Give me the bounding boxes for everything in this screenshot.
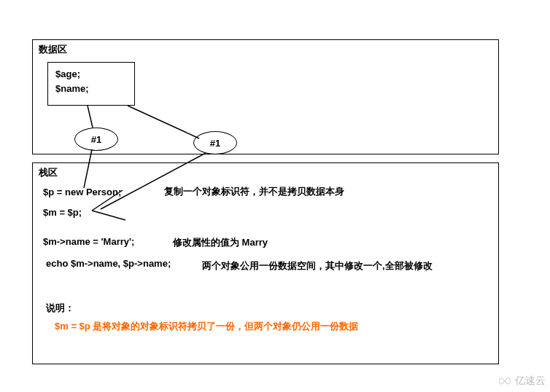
pointer-2-label: #1 xyxy=(210,138,220,149)
variable-box: $age; $name; xyxy=(47,62,135,106)
pointer-1-label: #1 xyxy=(91,134,101,145)
pointer-ellipse-2: #1 xyxy=(193,131,237,154)
comment-shared-data: 两个对象公用一份数据空间，其中修改一个,全部被修改 xyxy=(202,259,433,273)
data-area-title: 数据区 xyxy=(39,43,67,56)
stack-area-title: 栈区 xyxy=(39,166,58,179)
cloud-infinity-icon xyxy=(497,376,512,386)
stack-area-panel: 栈区 $p = new Person; 复制一个对象标识符，并不是拷贝数据本身 … xyxy=(32,162,499,364)
watermark-text: 亿速云 xyxy=(515,375,546,388)
code-set-name: $m->name = 'Marry'; xyxy=(43,236,134,247)
var-age: $age; xyxy=(55,67,127,82)
code-echo: echo $m->name, $p->name; xyxy=(46,258,171,269)
comment-modify: 修改属性的值为 Marry xyxy=(173,236,268,249)
svg-line-1 xyxy=(128,106,199,138)
code-assign: $m = $p; xyxy=(43,207,82,218)
svg-line-0 xyxy=(88,106,93,128)
var-name: $name; xyxy=(55,82,127,96)
code-new-person: $p = new Person; xyxy=(43,187,121,197)
note-label: 说明： xyxy=(46,302,74,315)
comment-copy-identifier: 复制一个对象标识符，并不是拷贝数据本身 xyxy=(164,185,344,198)
note-body: $m = $p 是将对象的对象标识符拷贝了一份，但两个对象仍公用一份数据 xyxy=(55,320,358,333)
data-area-panel: 数据区 $age; $name; #1 #1 xyxy=(32,39,499,154)
watermark: 亿速云 xyxy=(497,375,546,388)
pointer-ellipse-1: #1 xyxy=(74,128,118,151)
